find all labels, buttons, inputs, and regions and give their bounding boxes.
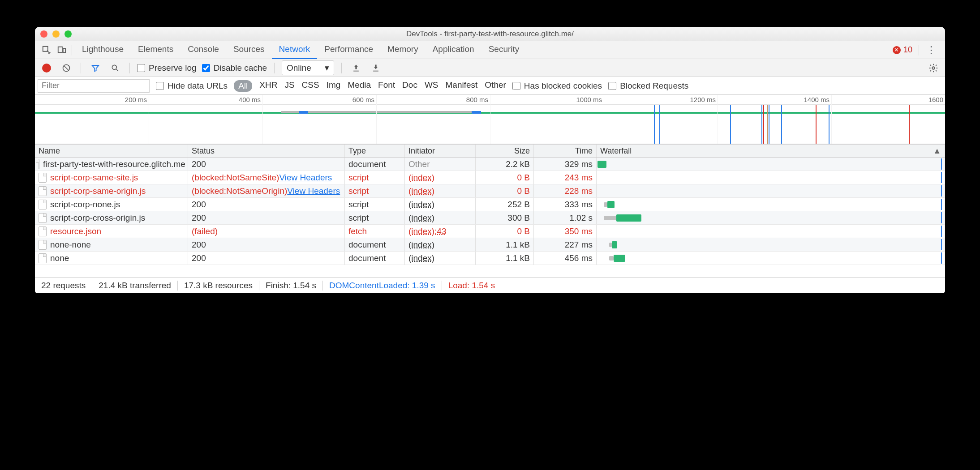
preserve-log-checkbox[interactable]: Preserve log <box>137 63 197 73</box>
filter-type-all[interactable]: All <box>234 80 252 92</box>
network-toolbar: Preserve log Disable cache Online ▾ <box>35 59 945 77</box>
record-button[interactable] <box>39 61 54 75</box>
status-text: 200 <box>192 200 206 209</box>
tab-lighthouse[interactable]: Lighthouse <box>75 41 131 59</box>
svg-rect-1 <box>58 47 62 52</box>
file-icon <box>39 200 47 209</box>
col-size[interactable]: Size <box>476 145 534 157</box>
request-name: script-corp-cross-origin.js <box>50 213 145 223</box>
throttling-select[interactable]: Online ▾ <box>282 60 334 75</box>
filter-type-doc[interactable]: Doc <box>402 80 417 92</box>
col-type[interactable]: Type <box>345 145 405 157</box>
type-text: fetch <box>348 226 367 236</box>
disable-cache-checkbox[interactable]: Disable cache <box>202 63 267 73</box>
timeline-overview[interactable]: 200 ms400 ms600 ms800 ms1000 ms1200 ms14… <box>35 95 945 144</box>
status-transferred: 21.4 kB transferred <box>99 281 171 291</box>
tab-console[interactable]: Console <box>181 41 226 59</box>
type-text: script <box>348 173 369 183</box>
devtools-window: DevTools - first-party-test-with-resourc… <box>35 27 945 293</box>
status-resources: 17.3 kB resources <box>184 281 253 291</box>
initiator-link[interactable]: (index) <box>408 240 434 250</box>
filter-type-media[interactable]: Media <box>348 80 371 92</box>
time-text: 329 ms <box>565 159 593 169</box>
filter-type-font[interactable]: Font <box>378 80 395 92</box>
hide-data-urls-checkbox[interactable]: Hide data URLs <box>156 81 228 91</box>
table-row[interactable]: script-corp-none.js 200 script (index) 2… <box>35 198 945 211</box>
view-headers-link[interactable]: View Headers <box>279 173 332 183</box>
size-text: 0 B <box>517 186 530 196</box>
table-row[interactable]: script-corp-same-origin.js (blocked:NotS… <box>35 184 945 198</box>
filter-type-css[interactable]: CSS <box>302 80 319 92</box>
timeline-tick: 200 ms <box>125 96 149 103</box>
initiator-link[interactable]: (index) <box>408 186 434 196</box>
filter-icon[interactable] <box>88 61 103 75</box>
search-icon[interactable] <box>108 61 122 75</box>
separator <box>341 63 342 73</box>
titlebar: DevTools - first-party-test-with-resourc… <box>35 27 945 41</box>
filter-type-js[interactable]: JS <box>284 80 294 92</box>
initiator-link[interactable]: (index) <box>408 173 434 183</box>
table-row[interactable]: none 200 document (index) 1.1 kB 456 ms <box>35 252 945 265</box>
waterfall-cell <box>597 225 945 238</box>
table-row[interactable]: script-corp-same-site.js (blocked:NotSam… <box>35 171 945 184</box>
blocked-requests-label: Blocked Requests <box>620 81 688 91</box>
device-toolbar-icon[interactable] <box>55 43 69 57</box>
clear-icon[interactable] <box>59 61 73 75</box>
filter-type-other[interactable]: Other <box>485 80 506 92</box>
has-blocked-cookies-label: Has blocked cookies <box>524 81 602 91</box>
initiator-link[interactable]: (index) <box>408 213 434 223</box>
traffic-lights <box>40 30 72 38</box>
status-text: (blocked:NotSameSite) <box>192 173 279 183</box>
filter-type-manifest[interactable]: Manifest <box>446 80 478 92</box>
col-initiator[interactable]: Initiator <box>405 145 476 157</box>
download-icon[interactable] <box>369 61 383 75</box>
zoom-window-button[interactable] <box>64 30 72 38</box>
waterfall-cell <box>597 238 945 251</box>
file-icon <box>39 213 47 223</box>
view-headers-link[interactable]: View Headers <box>287 186 340 196</box>
table-row[interactable]: script-corp-cross-origin.js 200 script (… <box>35 211 945 225</box>
has-blocked-cookies-checkbox[interactable]: Has blocked cookies <box>512 81 602 91</box>
close-window-button[interactable] <box>40 30 47 38</box>
col-name[interactable]: Name <box>35 145 188 157</box>
tab-sources[interactable]: Sources <box>226 41 272 59</box>
filter-type-xhr[interactable]: XHR <box>259 80 277 92</box>
throttling-value: Online <box>287 63 311 73</box>
error-count-value: 10 <box>903 45 912 55</box>
tab-network[interactable]: Network <box>272 41 318 59</box>
inspect-element-icon[interactable] <box>39 43 54 57</box>
filter-input[interactable] <box>38 79 150 93</box>
settings-icon[interactable] <box>926 61 941 75</box>
filter-type-img[interactable]: Img <box>327 80 341 92</box>
table-row[interactable]: first-party-test-with-resource.glitch.me… <box>35 158 945 171</box>
tab-performance[interactable]: Performance <box>317 41 380 59</box>
filter-type-ws[interactable]: WS <box>425 80 438 92</box>
tab-elements[interactable]: Elements <box>131 41 181 59</box>
initiator-link[interactable]: (index) <box>408 200 434 209</box>
time-text: 333 ms <box>565 200 593 209</box>
tab-memory[interactable]: Memory <box>380 41 426 59</box>
col-waterfall[interactable]: Waterfall▲ <box>597 145 945 157</box>
status-text: 200 <box>192 159 206 169</box>
upload-icon[interactable] <box>349 61 363 75</box>
more-options-icon[interactable]: ⋮ <box>922 44 941 56</box>
col-status[interactable]: Status <box>188 145 345 157</box>
type-text: document <box>348 159 386 169</box>
file-icon <box>39 240 47 250</box>
table-row[interactable]: none-none 200 document (index) 1.1 kB 22… <box>35 238 945 252</box>
svg-point-5 <box>932 67 935 69</box>
minimize-window-button[interactable] <box>52 30 60 38</box>
waterfall-cell <box>597 198 945 211</box>
col-time[interactable]: Time <box>534 145 597 157</box>
time-text: 456 ms <box>565 253 593 263</box>
error-count[interactable]: ✕ 10 <box>893 45 912 55</box>
initiator-link[interactable]: (index):43 <box>408 226 447 236</box>
separator <box>129 63 130 73</box>
file-icon <box>39 253 47 263</box>
tab-application[interactable]: Application <box>426 41 481 59</box>
initiator-text: Other <box>408 159 430 169</box>
blocked-requests-checkbox[interactable]: Blocked Requests <box>608 81 688 91</box>
initiator-link[interactable]: (index) <box>408 253 434 263</box>
tab-security[interactable]: Security <box>481 41 527 59</box>
table-row[interactable]: resource.json (failed) fetch (index):43 … <box>35 225 945 238</box>
